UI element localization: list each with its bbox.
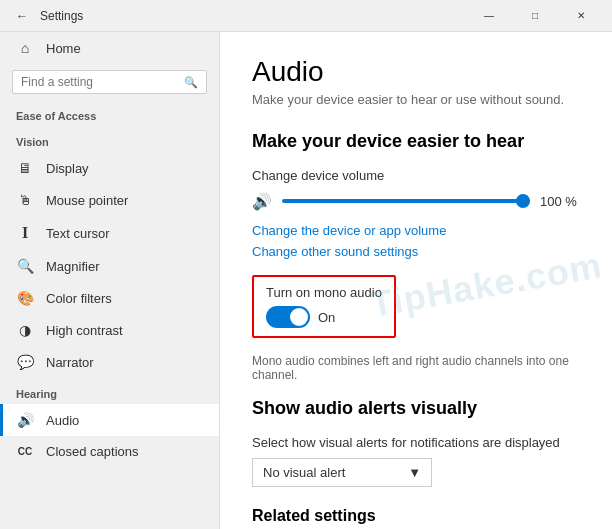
titlebar: ← Settings — □ ✕ <box>0 0 612 32</box>
volume-icon: 🔊 <box>252 192 272 211</box>
minimize-button[interactable]: — <box>466 0 512 32</box>
magnifier-icon: 🔍 <box>16 258 34 274</box>
sidebar-item-label: Magnifier <box>46 259 99 274</box>
search-icon: 🔍 <box>184 76 198 89</box>
volume-slider[interactable] <box>282 199 530 203</box>
sidebar-item-audio[interactable]: 🔊 Audio ← <box>0 404 219 436</box>
volume-slider-container[interactable] <box>282 191 530 211</box>
sidebar-search-box[interactable]: 🔍 <box>12 70 207 94</box>
sidebar-item-label: Narrator <box>46 355 94 370</box>
sidebar-item-color-filters[interactable]: 🎨 Color filters <box>0 282 219 314</box>
sidebar-item-narrator[interactable]: 💬 Narrator <box>0 346 219 378</box>
sidebar-item-label: Color filters <box>46 291 112 306</box>
sidebar-item-label: Mouse pointer <box>46 193 128 208</box>
volume-percent: 100 % <box>540 194 580 209</box>
page-subtitle: Make your device easier to hear or use w… <box>252 92 580 107</box>
hearing-title: Hearing <box>0 378 219 404</box>
related-settings-section: Related settings Sound settings <box>252 507 580 529</box>
hear-section-title: Make your device easier to hear <box>252 131 580 152</box>
vision-title: Vision <box>0 126 219 152</box>
sidebar-item-label: High contrast <box>46 323 123 338</box>
display-icon: 🖥 <box>16 160 34 176</box>
titlebar-title: Settings <box>40 9 83 23</box>
sidebar-item-mouse-pointer[interactable]: 🖱 Mouse pointer <box>0 184 219 216</box>
main-container: ⌂ Home 🔍 Ease of Access Vision 🖥 Display… <box>0 32 612 529</box>
toggle-label: Turn on mono audio <box>266 285 382 300</box>
sidebar-item-label: Closed captions <box>46 444 139 459</box>
sidebar-item-home[interactable]: ⌂ Home <box>0 32 219 64</box>
home-icon: ⌂ <box>16 40 34 56</box>
sidebar-item-high-contrast[interactable]: ◑ High contrast <box>0 314 219 346</box>
high-contrast-icon: ◑ <box>16 322 34 338</box>
sidebar-item-label: Display <box>46 161 89 176</box>
alerts-label: Select how visual alerts for notificatio… <box>252 435 580 450</box>
ease-of-access-title: Ease of Access <box>0 100 219 126</box>
sidebar: ⌂ Home 🔍 Ease of Access Vision 🖥 Display… <box>0 32 220 529</box>
closed-captions-icon: CC <box>16 446 34 457</box>
page-title: Audio <box>252 56 580 88</box>
alerts-dropdown[interactable]: No visual alert ▼ <box>252 458 432 487</box>
maximize-button[interactable]: □ <box>512 0 558 32</box>
text-cursor-icon: I <box>16 224 34 242</box>
window-controls: — □ ✕ <box>466 0 604 32</box>
volume-slider-thumb[interactable] <box>516 194 530 208</box>
color-filters-icon: 🎨 <box>16 290 34 306</box>
app-volume-link[interactable]: Change the device or app volume <box>252 223 580 238</box>
mouse-pointer-icon: 🖱 <box>16 192 34 208</box>
alerts-section-title: Show audio alerts visually <box>252 398 580 419</box>
content-area: TipHake.com Audio Make your device easie… <box>220 32 612 529</box>
toggle-knob <box>290 308 308 326</box>
sidebar-item-label: Text cursor <box>46 226 110 241</box>
back-button[interactable]: ← <box>8 2 36 30</box>
sidebar-item-text-cursor[interactable]: I Text cursor <box>0 216 219 250</box>
search-input[interactable] <box>21 75 184 89</box>
sidebar-item-display[interactable]: 🖥 Display <box>0 152 219 184</box>
alerts-dropdown-value: No visual alert <box>263 465 345 480</box>
sidebar-item-magnifier[interactable]: 🔍 Magnifier <box>0 250 219 282</box>
audio-icon: 🔊 <box>16 412 34 428</box>
toggle-row: On <box>266 306 382 328</box>
close-button[interactable]: ✕ <box>558 0 604 32</box>
sound-settings-link-top[interactable]: Change other sound settings <box>252 244 580 259</box>
toggle-description: Mono audio combines left and right audio… <box>252 354 580 382</box>
narrator-icon: 💬 <box>16 354 34 370</box>
volume-label: Change device volume <box>252 168 580 183</box>
related-settings-title: Related settings <box>252 507 580 525</box>
sidebar-home-label: Home <box>46 41 81 56</box>
alerts-section: Show audio alerts visually Select how vi… <box>252 398 580 487</box>
chevron-down-icon: ▼ <box>408 465 421 480</box>
toggle-section: Turn on mono audio On <box>252 275 396 338</box>
volume-row: 🔊 100 % <box>252 191 580 211</box>
sidebar-item-label: Audio <box>46 413 79 428</box>
mono-audio-toggle[interactable] <box>266 306 310 328</box>
sidebar-item-closed-captions[interactable]: CC Closed captions <box>0 436 219 467</box>
toggle-state-text: On <box>318 310 335 325</box>
